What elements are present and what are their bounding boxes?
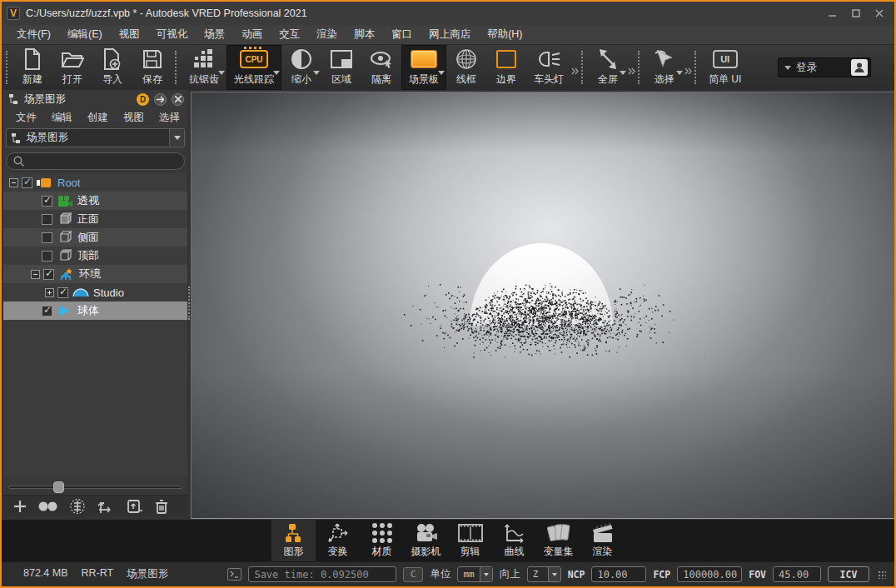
console-button[interactable]: C: [403, 567, 423, 582]
terminal-icon[interactable]: [227, 568, 241, 581]
sg-menu-create[interactable]: 创建: [80, 109, 116, 127]
dropdown-arrow-icon[interactable]: [620, 71, 626, 75]
delete-trash-icon[interactable]: [155, 499, 168, 514]
wireframe-button[interactable]: 线框: [446, 45, 486, 90]
add-node-icon[interactable]: [13, 500, 27, 513]
module-render[interactable]: 渲染: [580, 520, 625, 561]
maximize-icon[interactable]: [846, 6, 866, 21]
sg-menu-view[interactable]: 视图: [116, 109, 152, 127]
close-icon[interactable]: [869, 6, 889, 21]
visibility-checkbox[interactable]: [42, 232, 52, 243]
menu-file[interactable]: 文件(F): [8, 25, 59, 44]
menu-edit[interactable]: 编辑(E): [59, 25, 111, 44]
save-button[interactable]: 保存: [132, 45, 172, 90]
module-clips[interactable]: 剪辑: [448, 520, 492, 561]
undock-icon[interactable]: [154, 93, 167, 106]
search-box[interactable]: [6, 152, 185, 170]
graph-filter-icon[interactable]: [70, 499, 85, 514]
menu-visualization[interactable]: 可视化: [148, 25, 197, 44]
dropdown-arrow-icon[interactable]: [676, 71, 683, 75]
menu-store[interactable]: 网上商店: [421, 25, 479, 44]
panel-close-icon[interactable]: [172, 93, 184, 106]
minimize-icon[interactable]: [823, 6, 843, 21]
overflow-chevron-icon[interactable]: [628, 67, 635, 75]
zoom-out-button[interactable]: 缩小: [281, 45, 321, 90]
raytrace-button[interactable]: CPU 光线跟踪: [226, 45, 281, 90]
collapse-icon[interactable]: [31, 270, 40, 279]
select-button[interactable]: 选择: [645, 45, 684, 90]
render-viewport[interactable]: [191, 92, 895, 519]
visibility-checkbox[interactable]: [42, 196, 52, 207]
visibility-checkbox[interactable]: [42, 251, 52, 262]
ncp-field[interactable]: 10.00: [591, 566, 646, 582]
toolbar-grip[interactable]: [694, 51, 699, 84]
module-camera[interactable]: 摄影机: [404, 520, 448, 561]
reorder-arrows-icon[interactable]: [97, 498, 115, 515]
menu-window[interactable]: 窗口: [383, 25, 421, 44]
module-scenegraph[interactable]: 图形: [271, 520, 316, 561]
visibility-checkbox[interactable]: [22, 177, 32, 188]
dropdown-arrow-icon[interactable]: [273, 71, 280, 75]
title-bar[interactable]: V C:/Users/uzzf/uzzf.vpb * - Autodesk VR…: [2, 2, 894, 25]
login-button[interactable]: 登录: [778, 57, 871, 77]
icv-button[interactable]: ICV: [828, 566, 869, 582]
visibility-checkbox[interactable]: [43, 269, 54, 280]
menu-script[interactable]: 脚本: [346, 25, 383, 44]
open-button[interactable]: 打开: [52, 45, 92, 90]
paste-up-icon[interactable]: [127, 498, 143, 515]
toolbar-grip[interactable]: [175, 51, 179, 84]
sceneplate-button[interactable]: 场景板: [401, 45, 446, 90]
dropdown-arrow-icon[interactable]: [218, 71, 225, 75]
overflow-chevron-icon[interactable]: [571, 67, 579, 75]
module-curves[interactable]: 曲线: [492, 520, 536, 561]
tree-row-environment[interactable]: 环境: [3, 265, 187, 283]
dropdown-button[interactable]: [169, 129, 184, 147]
toolbar-grip[interactable]: [6, 51, 10, 84]
module-material[interactable]: 材质: [360, 520, 404, 561]
menu-view[interactable]: 视图: [111, 25, 148, 44]
slider-handle[interactable]: [53, 481, 64, 493]
resize-grip[interactable]: [878, 571, 886, 579]
menu-interaction[interactable]: 交互: [271, 25, 308, 44]
tree-zoom-slider[interactable]: [8, 481, 182, 493]
unit-dropdown[interactable]: mm: [457, 566, 492, 582]
sg-menu-select[interactable]: 选择: [152, 109, 187, 127]
sg-menu-file[interactable]: 文件: [8, 109, 44, 127]
import-button[interactable]: 导入: [92, 45, 132, 90]
scenegraph-header[interactable]: 场景图形 D: [3, 90, 187, 108]
simple-ui-button[interactable]: UI 简单 UI: [701, 45, 749, 90]
tree-row-front[interactable]: 正面: [3, 210, 187, 228]
headlight-button[interactable]: 车头灯: [526, 45, 571, 90]
fullscreen-button[interactable]: 全屏: [588, 45, 628, 90]
dropdown-arrow-icon[interactable]: [438, 71, 445, 75]
toolbar-grip[interactable]: [638, 51, 642, 84]
dock-badge[interactable]: D: [137, 93, 149, 106]
tree-row-top[interactable]: 顶部: [3, 247, 187, 265]
tree-row-root[interactable]: Root: [3, 173, 187, 192]
overflow-chevron-icon[interactable]: [684, 67, 692, 75]
tree-row-perspective[interactable]: 透视: [3, 192, 187, 210]
expand-icon[interactable]: [45, 288, 54, 297]
region-button[interactable]: 区域: [321, 45, 361, 90]
dropdown-arrow-icon[interactable]: [313, 71, 320, 75]
sg-menu-edit[interactable]: 编辑: [44, 109, 80, 127]
tree-row-sphere[interactable]: 球体: [3, 301, 187, 320]
antialias-button[interactable]: 抗锯齿: [182, 45, 226, 90]
boundary-button[interactable]: 边界: [486, 45, 526, 90]
graph-type-dropdown[interactable]: 场景图形: [6, 128, 185, 147]
tree-row-studio[interactable]: Studio: [3, 283, 187, 301]
new-button[interactable]: 新建: [12, 45, 52, 90]
search-input[interactable]: [28, 156, 177, 167]
visibility-checkbox[interactable]: [42, 306, 52, 316]
module-transform[interactable]: 变换: [316, 520, 360, 561]
menu-help[interactable]: 帮助(H): [479, 25, 530, 44]
menu-render[interactable]: 渲染: [308, 25, 346, 44]
tree-row-side[interactable]: 侧面: [3, 228, 187, 247]
menu-scene[interactable]: 场景: [196, 25, 233, 44]
pair-circles-icon[interactable]: [38, 501, 58, 512]
up-axis-dropdown[interactable]: Z: [527, 566, 561, 582]
fov-field[interactable]: 45.00: [773, 566, 821, 582]
fcp-field[interactable]: 100000.00: [677, 566, 742, 582]
isolate-button[interactable]: 隔离: [361, 45, 401, 90]
module-variant-sets[interactable]: 变量集: [536, 520, 580, 561]
